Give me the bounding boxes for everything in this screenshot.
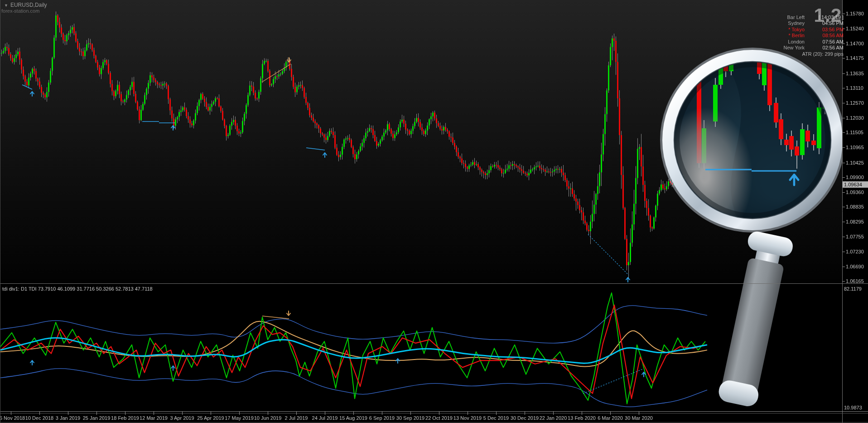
price-axis-label: 1.14175 [846, 55, 864, 61]
price-axis-label: 1.06165 [846, 278, 864, 284]
price-axis-label: 1.13635 [846, 71, 864, 76]
current-price-tag: 1.09634 [843, 181, 868, 188]
time-axis-label: 13 Nov 2019 [453, 415, 482, 421]
time-axis-label: 30 Mar 2020 [625, 415, 653, 421]
price-axis-label: 1.13110 [846, 85, 863, 91]
price-axis-label: 1.11505 [846, 130, 863, 135]
watermark-text: forex-station.com [1, 8, 39, 14]
time-axis-label: 12 Mar 2019 [140, 415, 168, 421]
session-label: New York [784, 45, 805, 51]
time-axis-label: 10 Dec 2018 [25, 415, 53, 421]
time-axis-label: 6 Sep 2019 [369, 415, 395, 421]
session-label: London [788, 39, 805, 45]
time-axis-label: 25 Apr 2019 [197, 415, 224, 421]
price-axis-label: 1.10965 [846, 145, 864, 150]
price-axis-label: 1.12570 [846, 100, 864, 106]
price-axis-label: 1.09360 [846, 190, 864, 195]
session-time: [ 14:03:19 ] [805, 15, 844, 20]
session-label: Bar Left [787, 15, 805, 20]
time-axis-label: 3 Jan 2019 [56, 415, 80, 421]
session-time: 04:56 PM [805, 20, 844, 26]
indicator-values-label: tdi div1: D1 TDI 73.7910 46.1099 31.7716… [2, 286, 153, 292]
session-row: London07:56 AM [784, 39, 844, 45]
symbol-title-label: EURUSD,Daily [10, 2, 47, 8]
price-axis-label: 1.15780 [846, 11, 864, 16]
price-axis-label: 1.15240 [846, 26, 864, 31]
price-axis-label: 1.07755 [846, 234, 864, 239]
time-axis-label: 22 Jan 2020 [540, 415, 567, 421]
price-axis-label: 1.08835 [846, 204, 864, 209]
price-axis-label: 1.07230 [846, 249, 864, 254]
price-axis-label: 1.14700 [846, 41, 864, 46]
time-axis-label: 30 Dec 2019 [511, 415, 539, 421]
session-row: * Berlin08:56 AM [784, 33, 844, 39]
time-axis-label: 18 Feb 2019 [111, 415, 139, 421]
time-axis-label: 10 Jun 2019 [254, 415, 282, 421]
session-time: 02:56 AM [805, 45, 844, 51]
atr-readout: ATR (20): 299 pips [802, 51, 844, 57]
time-axis-label: 22 Oct 2019 [425, 415, 453, 421]
time-axis-label: 2 Jul 2019 [285, 415, 308, 421]
session-row: Bar Left[ 14:03:19 ] [784, 15, 844, 20]
chart-symbol-title[interactable]: ▼EURUSD,Daily [4, 2, 47, 8]
indicator-axis-min: 10.9873 [844, 405, 862, 410]
session-time: 03:56 PM [805, 27, 844, 33]
session-time: 08:56 AM [805, 33, 844, 39]
time-axis-label: 24 Jul 2019 [312, 415, 338, 421]
price-axis-label: 1.09900 [846, 175, 864, 180]
time-axis-label: 13 Feb 2020 [568, 415, 596, 421]
price-axis-label: 1.06690 [846, 264, 864, 269]
session-label: * Berlin [789, 33, 805, 39]
price-axis-label: 1.08295 [846, 219, 864, 224]
session-label: Sydney [788, 20, 805, 26]
time-axis-label: 17 May 2019 [225, 415, 254, 421]
session-row: New York02:56 AM [784, 45, 844, 51]
session-row: * Tokyo03:56 PM [784, 27, 844, 33]
time-axis-label: 16 Nov 2018 [0, 415, 25, 421]
session-time: 07:56 AM [805, 39, 844, 45]
time-axis-label: 5 Dec 2019 [483, 415, 509, 421]
chevron-down-icon[interactable]: ▼ [4, 3, 8, 8]
session-label: * Tokyo [788, 27, 805, 33]
time-axis-label: 15 Aug 2019 [339, 415, 367, 421]
price-chart-canvas[interactable] [0, 0, 868, 423]
indicator-axis-max: 82.1179 [844, 286, 862, 292]
time-axis-label: 30 Sep 2019 [396, 415, 424, 421]
time-axis-label: 3 Apr 2019 [170, 415, 194, 421]
terminal-window: ▼EURUSD,Daily forex-station.com 1.2 Bar … [0, 0, 868, 423]
session-row: Sydney04:56 PM [784, 20, 844, 26]
price-axis-label: 1.10425 [846, 160, 864, 165]
time-axis-label: 25 Jan 2019 [83, 415, 111, 421]
time-axis-label: 6 Mar 2020 [598, 415, 623, 421]
market-sessions-panel: Bar Left[ 14:03:19 ]Sydney04:56 PM* Toky… [784, 15, 844, 51]
price-axis-label: 1.12030 [846, 115, 864, 121]
